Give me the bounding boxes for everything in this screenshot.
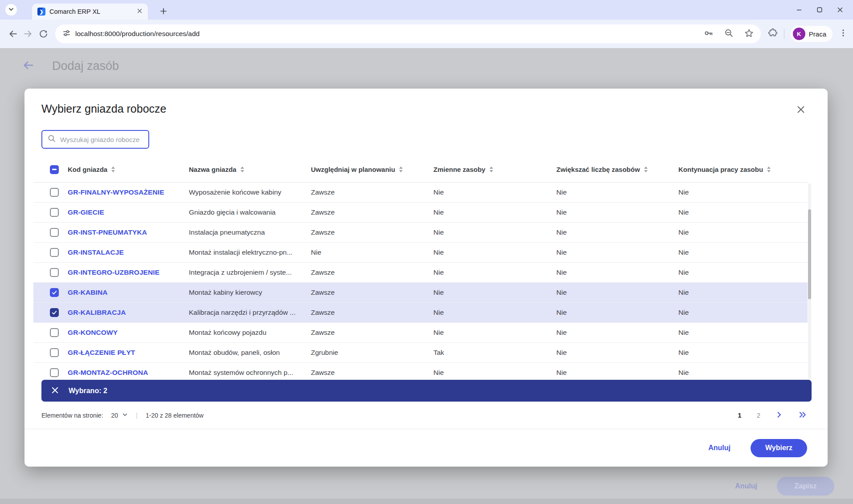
password-key-icon[interactable]: [704, 28, 714, 40]
table-row[interactable]: GR-INTEGRO-UZBROJENIEIntegracja z uzbroj…: [33, 263, 808, 283]
clear-selection-button[interactable]: [51, 386, 59, 395]
new-tab-button[interactable]: [157, 5, 170, 18]
check-icon: [51, 309, 57, 316]
row-checkbox[interactable]: [50, 228, 59, 237]
workstation-code-link[interactable]: GR-INSTALACJE: [68, 248, 124, 256]
workstation-code-link[interactable]: GR-KALIBRACJA: [68, 309, 126, 316]
planning-value: Zawsze: [311, 309, 335, 316]
sort-icon[interactable]: [241, 167, 244, 172]
increase-resources-value: Nie: [556, 248, 567, 256]
column-header-0[interactable]: Kod gniazda: [68, 166, 189, 173]
variable-resources-value: Tak: [433, 349, 444, 356]
column-header-3[interactable]: Zmienne zasoby: [433, 166, 556, 173]
variable-resources-value: Nie: [433, 188, 444, 196]
sort-icon[interactable]: [111, 167, 115, 172]
workstation-code-link[interactable]: GR-INTEGRO-UZBROJENIE: [68, 268, 159, 276]
sort-icon[interactable]: [644, 167, 648, 172]
table-row[interactable]: GR-MONTAZ-OCHRONAMontaż systemów ochronn…: [33, 363, 808, 380]
workstation-search: [41, 130, 149, 149]
select-all-checkbox[interactable]: [50, 165, 59, 174]
per-page-dropdown[interactable]: [122, 412, 128, 419]
dialog-close-button[interactable]: [795, 104, 807, 116]
extensions-puzzle-icon[interactable]: [768, 28, 778, 40]
address-bar[interactable]: localhost:8000/production/resources/add: [55, 24, 761, 43]
column-header-4[interactable]: Zwiększać liczbę zasobów: [556, 166, 678, 173]
reload-button[interactable]: [36, 26, 51, 41]
browser-tab[interactable]: ❯ Comarch ERP XL: [32, 4, 148, 20]
column-header-2[interactable]: Uwzględniaj w planowaniu: [311, 166, 433, 173]
search-input[interactable]: [60, 136, 144, 143]
workstation-code-link[interactable]: GR-KONCOWY: [68, 329, 118, 336]
toolbar-separator: [784, 29, 784, 39]
continuation-value: Nie: [678, 289, 689, 296]
profile-name: Praca: [809, 30, 826, 38]
tab-search-button[interactable]: [5, 4, 17, 16]
window-maximize-button[interactable]: [809, 0, 830, 20]
row-checkbox[interactable]: [50, 288, 59, 297]
row-checkbox[interactable]: [50, 248, 59, 257]
planning-value: Zawsze: [311, 369, 335, 376]
cancel-button[interactable]: Anuluj: [708, 444, 731, 452]
page-footer: Anuluj Zapisz: [0, 473, 853, 499]
sort-icon[interactable]: [490, 167, 493, 172]
increase-resources-value: Nie: [556, 228, 567, 236]
window-close-button[interactable]: [830, 0, 850, 20]
forward-button[interactable]: [20, 26, 36, 41]
row-checkbox[interactable]: [50, 348, 59, 357]
page-number-2[interactable]: 2: [757, 411, 760, 419]
variable-resources-value: Nie: [433, 268, 444, 276]
row-checkbox[interactable]: [50, 368, 59, 377]
continuation-value: Nie: [678, 228, 689, 236]
table-row[interactable]: GR-INST-PNEUMATYKAInstalacja pneumatyczn…: [33, 223, 808, 243]
plus-icon: [160, 8, 167, 16]
workstation-code-link[interactable]: GR-INST-PNEUMATYKA: [68, 228, 147, 236]
workstation-name: Instalacja pneumatyczna: [189, 228, 265, 236]
table-row[interactable]: GR-KONCOWYMontaż końcowy pojazduZawszeNi…: [33, 323, 808, 343]
table-scrollbar[interactable]: [808, 183, 811, 379]
increase-resources-value: Nie: [556, 369, 567, 376]
table-row[interactable]: GR-INSTALACJEMontaż instalacji elektrycz…: [33, 243, 808, 263]
site-settings-icon[interactable]: [62, 29, 71, 39]
window-minimize-button[interactable]: [789, 0, 809, 20]
confirm-button[interactable]: Wybierz: [751, 439, 807, 457]
browser-menu-icon[interactable]: [839, 28, 848, 39]
planning-value: Zawsze: [311, 268, 335, 276]
profile-chip[interactable]: K Praca: [791, 26, 833, 42]
row-checkbox[interactable]: [50, 308, 59, 317]
table-row[interactable]: GR-ŁĄCZENIE PŁYTMontaż obudów, paneli, o…: [33, 343, 808, 363]
workstation-name: Gniazdo gięcia i walcowania: [189, 208, 276, 216]
last-page-button[interactable]: [798, 411, 808, 420]
sort-icon[interactable]: [399, 167, 403, 172]
bookmark-star-icon[interactable]: [744, 28, 754, 40]
next-page-button[interactable]: [775, 411, 783, 420]
row-checkbox[interactable]: [50, 208, 59, 217]
selection-bar: Wybrano: 2: [41, 380, 812, 402]
row-checkbox[interactable]: [50, 188, 59, 197]
zoom-out-icon[interactable]: [724, 28, 734, 40]
page-number-1[interactable]: 1: [738, 411, 741, 419]
chevron-right-icon: [775, 411, 783, 420]
window-controls: [789, 0, 850, 20]
row-checkbox[interactable]: [50, 268, 59, 277]
workstation-code-link[interactable]: GR-MONTAZ-OCHRONA: [68, 369, 148, 376]
column-header-1[interactable]: Nazwa gniazda: [189, 166, 311, 173]
table-row[interactable]: GR-KALIBRACJAKalibracja narzędzi i przyr…: [33, 303, 808, 323]
workstation-code-link[interactable]: GR-GIECIE: [68, 208, 104, 216]
tab-close-icon[interactable]: [137, 8, 143, 16]
table-row[interactable]: GR-FINALNY-WYPOSAŻENIEWyposażenie końcow…: [33, 183, 808, 203]
planning-value: Zawsze: [311, 289, 335, 296]
workstation-name: Montaż obudów, paneli, osłon: [189, 349, 280, 356]
back-button[interactable]: [5, 26, 20, 41]
workstation-code-link[interactable]: GR-KABINA: [68, 289, 108, 296]
table-header-row: Kod gniazdaNazwa gniazdaUwzględniaj w pl…: [33, 157, 808, 183]
dialog-footer: Anuluj Wybierz: [24, 429, 828, 467]
workstation-code-link[interactable]: GR-ŁĄCZENIE PŁYT: [68, 349, 135, 356]
table-row[interactable]: GR-GIECIEGniazdo gięcia i walcowaniaZaws…: [33, 203, 808, 223]
sort-icon[interactable]: [767, 167, 771, 172]
workstation-code-link[interactable]: GR-FINALNY-WYPOSAŻENIE: [68, 188, 164, 196]
row-checkbox[interactable]: [50, 328, 59, 337]
table-row[interactable]: GR-KABINAMontaż kabiny kierowcyZawszeNie…: [33, 283, 808, 303]
scrollbar-thumb[interactable]: [808, 209, 811, 299]
chevron-down-icon: [8, 6, 14, 14]
column-header-5[interactable]: Kontynuacja pracy zasobu: [678, 166, 808, 173]
